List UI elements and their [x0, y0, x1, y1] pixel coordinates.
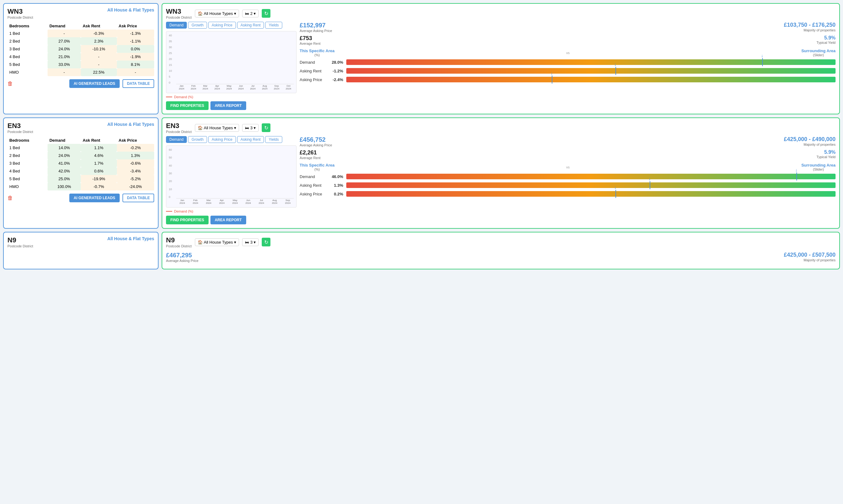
- gradient-bar-demand-wn3[interactable]: ↓: [346, 59, 836, 65]
- postcode-title-en3: EN3: [7, 122, 33, 130]
- refresh-btn-wn3[interactable]: ↻: [262, 9, 270, 18]
- refresh-btn-en3[interactable]: ↻: [262, 123, 270, 132]
- table-row: 5 Bed 33.0% - 8.1%: [7, 60, 154, 68]
- askrent-cell: -: [81, 53, 117, 60]
- gradient-bar-askrent-en3[interactable]: ↓: [346, 182, 836, 188]
- table-row: 2 Bed 27.0% 2.3% -1.1%: [7, 37, 154, 45]
- postcode-block-wn3: WN3 Postcode District: [7, 7, 33, 19]
- house-icon-wn3: 🏠: [198, 11, 203, 16]
- postcode-block-n9: N9 Postcode District: [7, 236, 33, 248]
- price-range-block-n9: £425,000 - £507,500 Majority of properti…: [784, 252, 836, 263]
- stats-area-en3: £456,752 Average Asking Price £425,000 -…: [300, 136, 836, 224]
- gradient-bar-fill: [346, 174, 836, 179]
- demand-cell: 24.0%: [48, 151, 81, 159]
- askprice-cell: -1.3%: [117, 30, 155, 37]
- askprice-cell: 0.0%: [117, 45, 155, 53]
- chevron-down-icon: ▾: [254, 126, 256, 130]
- avg-price-label-en3: Average Asking Price: [300, 143, 332, 147]
- comp-row-askrent-wn3: Asking Rent -1.2% ↓: [300, 68, 836, 74]
- stats-area-wn3: £152,997 Average Asking Price £103,750 -…: [300, 22, 836, 110]
- tab-growth-en3[interactable]: Growth: [188, 136, 207, 143]
- chevron-down-icon: ▾: [254, 240, 256, 245]
- area-report-btn-en3[interactable]: AREA REPORT: [211, 216, 246, 224]
- bedroom-label: 5 Bed: [7, 175, 48, 183]
- askrent-cell: 1.1%: [81, 144, 117, 151]
- ai-leads-btn-en3[interactable]: AI GENERATED LEADS: [69, 194, 120, 202]
- comp-slider-en3: (Slider): [801, 167, 836, 171]
- find-properties-btn-wn3[interactable]: FIND PROPERTIES: [166, 101, 209, 110]
- col-header-bedrooms-wn3: Bedrooms: [7, 22, 48, 30]
- demand-cell: 42.0%: [48, 167, 81, 175]
- left-card-header-wn3: WN3 Postcode District All House & Flat T…: [7, 7, 154, 19]
- postcode-subtitle-right-wn3: Postcode District: [166, 16, 192, 19]
- house-type-dropdown-wn3[interactable]: 🏠 All House Types ▾: [195, 10, 239, 17]
- bedroom-table-en3: Bedrooms Demand Ask Rent Ask Price 1 Bed…: [7, 137, 154, 191]
- house-type-value-n9: All House Types: [204, 240, 233, 245]
- slider-indicator: ↓: [796, 173, 797, 181]
- price-range-label-en3: Majority of properties: [784, 143, 836, 146]
- tab-yields-en3[interactable]: Yields: [265, 136, 282, 143]
- bed-value-n9: 3: [250, 240, 252, 245]
- chart-legend-wn3: Demand (%): [166, 95, 297, 99]
- data-table-btn-wn3[interactable]: DATA TABLE: [123, 79, 154, 88]
- bed-dropdown-en3[interactable]: 🛏 3 ▾: [242, 124, 258, 132]
- gradient-bar-askprice-wn3[interactable]: ↓: [346, 77, 836, 82]
- comp-surrounding-block-wn3: Surrounding Area (Slider): [801, 49, 836, 57]
- stats-mid-en3: £2,261 Average Rent 5.9% Typical Yield: [300, 149, 836, 160]
- house-type-dropdown-n9[interactable]: 🏠 All House Types ▾: [195, 238, 239, 246]
- bed-dropdown-n9[interactable]: 🛏 3 ▾: [242, 238, 258, 246]
- tab-asking-price-wn3[interactable]: Asking Price: [208, 22, 236, 29]
- row-n9: N9 Postcode District All House & Flat Ty…: [3, 232, 840, 269]
- data-table-btn-en3[interactable]: DATA TABLE: [123, 194, 154, 202]
- slider-arrow: ↓: [795, 167, 797, 173]
- tab-yields-wn3[interactable]: Yields: [265, 22, 282, 29]
- table-row: HMO 100.0% -0.7% -24.0%: [7, 183, 154, 191]
- delete-icon-en3[interactable]: 🗑: [7, 195, 13, 201]
- postcode-block-right-en3: EN3 Postcode District: [166, 122, 192, 133]
- stats-top-n9: £467,295 Average Asking Price £425,000 -…: [166, 252, 836, 263]
- comp-row-askprice-en3: Asking Price 0.2% ↓: [300, 191, 836, 197]
- comp-label-askprice-wn3: Asking Price: [300, 77, 324, 82]
- gradient-bar-askrent-wn3[interactable]: ↓: [346, 68, 836, 74]
- chart-wrapper-en3: 6050403020100: [166, 145, 297, 208]
- askrent-cell: 2.3%: [81, 37, 117, 45]
- avg-rent-label-wn3: Average Rent: [300, 42, 321, 46]
- comp-label-demand-en3: Demand: [300, 174, 324, 179]
- tab-row-wn3: Demand Growth Asking Price Asking Rent Y…: [166, 22, 297, 29]
- tab-demand-en3[interactable]: Demand: [166, 136, 187, 143]
- table-row: 1 Bed - -0.3% -1.3%: [7, 30, 154, 37]
- bed-dropdown-wn3[interactable]: 🛏 2 ▾: [242, 10, 258, 17]
- gradient-bar-demand-en3[interactable]: ↓: [346, 174, 836, 179]
- postcode-block-right-wn3: WN3 Postcode District: [166, 7, 192, 19]
- postcode-title-n9: N9: [7, 236, 33, 244]
- delete-icon-wn3[interactable]: 🗑: [7, 80, 13, 87]
- avg-rent-block-wn3: £753 Average Rent: [300, 35, 321, 46]
- house-type-dropdown-en3[interactable]: 🏠 All House Types ▾: [195, 124, 239, 132]
- left-card-en3: EN3 Postcode District All House & Flat T…: [3, 118, 159, 229]
- demand-cell: -: [48, 30, 81, 37]
- price-range-value-wn3: £103,750 - £176,250: [784, 22, 836, 28]
- askprice-cell: -0.2%: [117, 144, 155, 151]
- askrent-cell: -10.1%: [81, 45, 117, 53]
- area-report-btn-wn3[interactable]: AREA REPORT: [211, 101, 246, 110]
- legend-line-wn3: [166, 97, 172, 97]
- demand-cell: 41.0%: [48, 159, 81, 167]
- refresh-btn-n9[interactable]: ↻: [262, 238, 270, 247]
- legend-label-wn3: Demand (%): [174, 95, 193, 99]
- tab-demand-wn3[interactable]: Demand: [166, 22, 187, 29]
- card-footer-en3: 🗑 AI GENERATED LEADS DATA TABLE: [7, 194, 154, 202]
- tab-asking-rent-wn3[interactable]: Asking Rent: [237, 22, 264, 29]
- comp-label-demand-wn3: Demand: [300, 60, 324, 65]
- yield-block-wn3: 5.9% Typical Yield: [817, 35, 836, 46]
- find-properties-btn-en3[interactable]: FIND PROPERTIES: [166, 216, 209, 224]
- ai-leads-btn-wn3[interactable]: AI GENERATED LEADS: [69, 79, 120, 88]
- col-header-askprice-en3: Ask Price: [117, 137, 155, 144]
- postcode-title-right-en3: EN3: [166, 122, 192, 130]
- tab-asking-rent-en3[interactable]: Asking Rent: [237, 136, 264, 143]
- right-card-content-wn3: Demand Growth Asking Price Asking Rent Y…: [166, 22, 836, 110]
- tab-growth-wn3[interactable]: Growth: [188, 22, 207, 29]
- gradient-bar-askprice-en3[interactable]: ↓: [346, 191, 836, 197]
- house-icon-en3: 🏠: [198, 126, 203, 130]
- tab-asking-price-en3[interactable]: Asking Price: [208, 136, 236, 143]
- comp-slider-wn3: (Slider): [801, 53, 836, 57]
